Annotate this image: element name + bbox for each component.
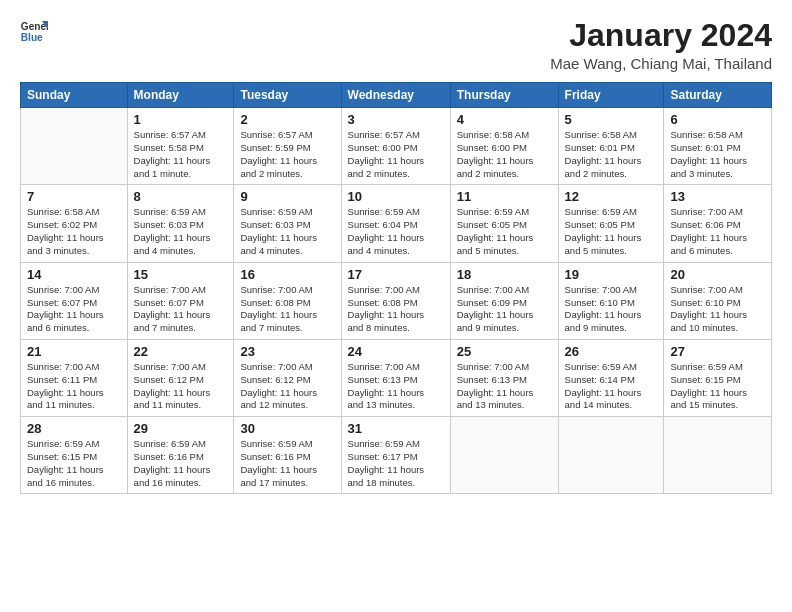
- day-info: Sunrise: 7:00 AMSunset: 6:08 PMDaylight:…: [348, 284, 444, 335]
- day-number: 28: [27, 421, 121, 436]
- calendar-week-row: 21Sunrise: 7:00 AMSunset: 6:11 PMDayligh…: [21, 339, 772, 416]
- day-number: 5: [565, 112, 658, 127]
- day-info: Sunrise: 6:58 AMSunset: 6:01 PMDaylight:…: [670, 129, 765, 180]
- calendar-week-row: 7Sunrise: 6:58 AMSunset: 6:02 PMDaylight…: [21, 185, 772, 262]
- table-row: [664, 417, 772, 494]
- day-number: 20: [670, 267, 765, 282]
- table-row: 6Sunrise: 6:58 AMSunset: 6:01 PMDaylight…: [664, 108, 772, 185]
- col-saturday: Saturday: [664, 83, 772, 108]
- table-row: 19Sunrise: 7:00 AMSunset: 6:10 PMDayligh…: [558, 262, 664, 339]
- col-thursday: Thursday: [450, 83, 558, 108]
- table-row: 26Sunrise: 6:59 AMSunset: 6:14 PMDayligh…: [558, 339, 664, 416]
- table-row: 11Sunrise: 6:59 AMSunset: 6:05 PMDayligh…: [450, 185, 558, 262]
- day-number: 23: [240, 344, 334, 359]
- day-info: Sunrise: 6:59 AMSunset: 6:17 PMDaylight:…: [348, 438, 444, 489]
- table-row: 16Sunrise: 7:00 AMSunset: 6:08 PMDayligh…: [234, 262, 341, 339]
- table-row: 20Sunrise: 7:00 AMSunset: 6:10 PMDayligh…: [664, 262, 772, 339]
- table-row: 14Sunrise: 7:00 AMSunset: 6:07 PMDayligh…: [21, 262, 128, 339]
- header: General Blue January 2024 Mae Wang, Chia…: [20, 18, 772, 72]
- table-row: 29Sunrise: 6:59 AMSunset: 6:16 PMDayligh…: [127, 417, 234, 494]
- table-row: 2Sunrise: 6:57 AMSunset: 5:59 PMDaylight…: [234, 108, 341, 185]
- day-info: Sunrise: 6:59 AMSunset: 6:15 PMDaylight:…: [27, 438, 121, 489]
- day-info: Sunrise: 6:59 AMSunset: 6:16 PMDaylight:…: [240, 438, 334, 489]
- day-number: 22: [134, 344, 228, 359]
- day-info: Sunrise: 6:59 AMSunset: 6:14 PMDaylight:…: [565, 361, 658, 412]
- day-number: 10: [348, 189, 444, 204]
- table-row: 28Sunrise: 6:59 AMSunset: 6:15 PMDayligh…: [21, 417, 128, 494]
- day-info: Sunrise: 6:59 AMSunset: 6:05 PMDaylight:…: [565, 206, 658, 257]
- table-row: 1Sunrise: 6:57 AMSunset: 5:58 PMDaylight…: [127, 108, 234, 185]
- day-info: Sunrise: 7:00 AMSunset: 6:06 PMDaylight:…: [670, 206, 765, 257]
- table-row: 25Sunrise: 7:00 AMSunset: 6:13 PMDayligh…: [450, 339, 558, 416]
- day-number: 17: [348, 267, 444, 282]
- day-number: 11: [457, 189, 552, 204]
- day-number: 13: [670, 189, 765, 204]
- day-info: Sunrise: 7:00 AMSunset: 6:12 PMDaylight:…: [240, 361, 334, 412]
- day-info: Sunrise: 7:00 AMSunset: 6:07 PMDaylight:…: [134, 284, 228, 335]
- day-number: 16: [240, 267, 334, 282]
- day-number: 2: [240, 112, 334, 127]
- day-info: Sunrise: 7:00 AMSunset: 6:13 PMDaylight:…: [348, 361, 444, 412]
- day-info: Sunrise: 7:00 AMSunset: 6:13 PMDaylight:…: [457, 361, 552, 412]
- day-number: 27: [670, 344, 765, 359]
- day-info: Sunrise: 6:58 AMSunset: 6:00 PMDaylight:…: [457, 129, 552, 180]
- table-row: 21Sunrise: 7:00 AMSunset: 6:11 PMDayligh…: [21, 339, 128, 416]
- day-number: 31: [348, 421, 444, 436]
- col-wednesday: Wednesday: [341, 83, 450, 108]
- day-number: 21: [27, 344, 121, 359]
- page: General Blue January 2024 Mae Wang, Chia…: [0, 0, 792, 612]
- day-info: Sunrise: 6:57 AMSunset: 5:59 PMDaylight:…: [240, 129, 334, 180]
- svg-text:Blue: Blue: [21, 32, 43, 43]
- calendar-week-row: 14Sunrise: 7:00 AMSunset: 6:07 PMDayligh…: [21, 262, 772, 339]
- day-number: 26: [565, 344, 658, 359]
- day-info: Sunrise: 7:00 AMSunset: 6:07 PMDaylight:…: [27, 284, 121, 335]
- day-info: Sunrise: 6:59 AMSunset: 6:04 PMDaylight:…: [348, 206, 444, 257]
- table-row: 12Sunrise: 6:59 AMSunset: 6:05 PMDayligh…: [558, 185, 664, 262]
- col-monday: Monday: [127, 83, 234, 108]
- table-row: 24Sunrise: 7:00 AMSunset: 6:13 PMDayligh…: [341, 339, 450, 416]
- table-row: 27Sunrise: 6:59 AMSunset: 6:15 PMDayligh…: [664, 339, 772, 416]
- day-number: 19: [565, 267, 658, 282]
- table-row: 8Sunrise: 6:59 AMSunset: 6:03 PMDaylight…: [127, 185, 234, 262]
- table-row: 7Sunrise: 6:58 AMSunset: 6:02 PMDaylight…: [21, 185, 128, 262]
- table-row: 3Sunrise: 6:57 AMSunset: 6:00 PMDaylight…: [341, 108, 450, 185]
- title-block: January 2024 Mae Wang, Chiang Mai, Thail…: [550, 18, 772, 72]
- table-row: [450, 417, 558, 494]
- day-info: Sunrise: 7:00 AMSunset: 6:08 PMDaylight:…: [240, 284, 334, 335]
- day-number: 24: [348, 344, 444, 359]
- table-row: 10Sunrise: 6:59 AMSunset: 6:04 PMDayligh…: [341, 185, 450, 262]
- table-row: 23Sunrise: 7:00 AMSunset: 6:12 PMDayligh…: [234, 339, 341, 416]
- day-info: Sunrise: 6:57 AMSunset: 5:58 PMDaylight:…: [134, 129, 228, 180]
- calendar-week-row: 1Sunrise: 6:57 AMSunset: 5:58 PMDaylight…: [21, 108, 772, 185]
- day-info: Sunrise: 7:00 AMSunset: 6:12 PMDaylight:…: [134, 361, 228, 412]
- day-info: Sunrise: 7:00 AMSunset: 6:10 PMDaylight:…: [565, 284, 658, 335]
- day-info: Sunrise: 6:59 AMSunset: 6:03 PMDaylight:…: [134, 206, 228, 257]
- logo: General Blue: [20, 18, 50, 46]
- day-info: Sunrise: 6:59 AMSunset: 6:05 PMDaylight:…: [457, 206, 552, 257]
- day-number: 6: [670, 112, 765, 127]
- col-tuesday: Tuesday: [234, 83, 341, 108]
- table-row: 5Sunrise: 6:58 AMSunset: 6:01 PMDaylight…: [558, 108, 664, 185]
- day-info: Sunrise: 6:59 AMSunset: 6:15 PMDaylight:…: [670, 361, 765, 412]
- day-info: Sunrise: 6:59 AMSunset: 6:16 PMDaylight:…: [134, 438, 228, 489]
- day-info: Sunrise: 7:00 AMSunset: 6:11 PMDaylight:…: [27, 361, 121, 412]
- day-info: Sunrise: 7:00 AMSunset: 6:10 PMDaylight:…: [670, 284, 765, 335]
- table-row: [558, 417, 664, 494]
- calendar-week-row: 28Sunrise: 6:59 AMSunset: 6:15 PMDayligh…: [21, 417, 772, 494]
- table-row: [21, 108, 128, 185]
- day-number: 4: [457, 112, 552, 127]
- table-row: 31Sunrise: 6:59 AMSunset: 6:17 PMDayligh…: [341, 417, 450, 494]
- table-row: 15Sunrise: 7:00 AMSunset: 6:07 PMDayligh…: [127, 262, 234, 339]
- table-row: 18Sunrise: 7:00 AMSunset: 6:09 PMDayligh…: [450, 262, 558, 339]
- table-row: 9Sunrise: 6:59 AMSunset: 6:03 PMDaylight…: [234, 185, 341, 262]
- calendar-table: Sunday Monday Tuesday Wednesday Thursday…: [20, 82, 772, 494]
- day-number: 18: [457, 267, 552, 282]
- table-row: 4Sunrise: 6:58 AMSunset: 6:00 PMDaylight…: [450, 108, 558, 185]
- day-number: 9: [240, 189, 334, 204]
- table-row: 13Sunrise: 7:00 AMSunset: 6:06 PMDayligh…: [664, 185, 772, 262]
- day-number: 30: [240, 421, 334, 436]
- col-friday: Friday: [558, 83, 664, 108]
- day-number: 14: [27, 267, 121, 282]
- day-number: 15: [134, 267, 228, 282]
- general-blue-logo-icon: General Blue: [20, 18, 48, 46]
